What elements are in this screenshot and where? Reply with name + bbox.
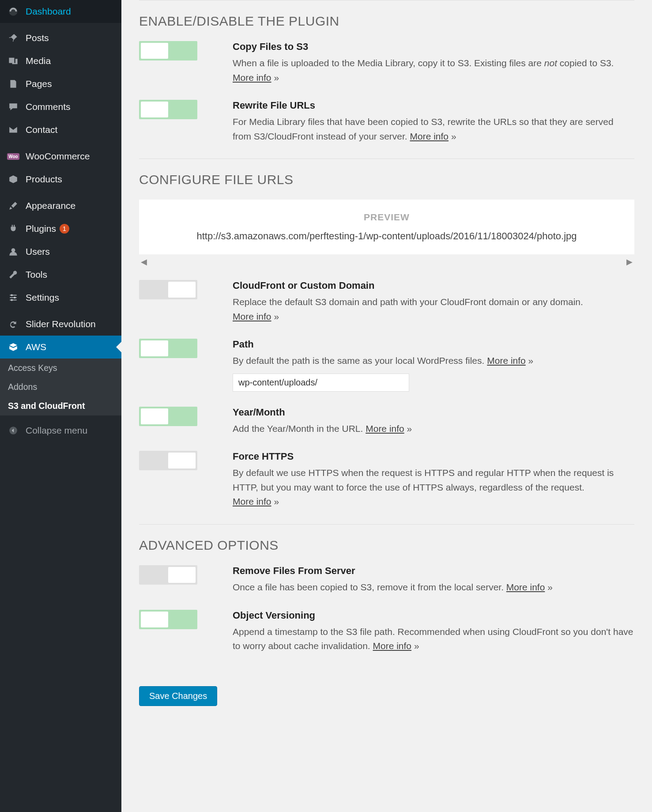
brush-icon — [7, 200, 19, 212]
pin-icon — [7, 32, 19, 44]
sidebar-item-users[interactable]: Users — [0, 240, 121, 263]
sidebar-item-settings[interactable]: Settings — [0, 286, 121, 309]
sidebar-item-label: Slider Revolution — [26, 319, 96, 329]
setting-desc: For Media Library files that have been c… — [233, 115, 634, 144]
sidebar-item-label: Comments — [26, 102, 71, 112]
more-info-link[interactable]: More info — [233, 496, 271, 506]
preview-nav: ◀ ▶ — [139, 254, 634, 267]
toggle-handle — [141, 612, 168, 627]
refresh-icon — [7, 318, 19, 330]
mail-icon — [7, 124, 19, 136]
woo-icon: Woo — [7, 150, 19, 162]
more-info-link[interactable]: More info — [373, 641, 412, 651]
svg-point-4 — [11, 299, 13, 301]
sidebar-collapse-label: Collapse menu — [26, 425, 87, 436]
setting-title: Year/Month — [233, 407, 634, 418]
collapse-icon — [7, 424, 19, 437]
sidebar-item-contact[interactable]: Contact — [0, 118, 121, 141]
box-icon — [7, 173, 19, 185]
sidebar-item-label: Posts — [26, 33, 49, 43]
sidebar-item-aws[interactable]: AWS — [0, 336, 121, 359]
sidebar-item-label: Pages — [26, 79, 52, 89]
cube-icon — [7, 341, 19, 353]
setting-desc: Add the Year/Month in the URL. More info… — [233, 422, 634, 436]
sidebar-item-pages[interactable]: Pages — [0, 72, 121, 95]
setting-title: Remove Files From Server — [233, 565, 634, 577]
toggle-remove-files[interactable]: OFF — [139, 565, 197, 585]
sidebar-item-label: Appearance — [26, 200, 75, 211]
sidebar-item-label: AWS — [26, 342, 46, 352]
setting-desc: Once a file has been copied to S3, remov… — [233, 580, 634, 595]
more-info-link[interactable]: More info — [487, 355, 526, 366]
submenu-item-addons[interactable]: Addons — [0, 378, 121, 397]
preview-box: PREVIEW http://s3.amazonaws.com/perftest… — [139, 200, 634, 254]
more-info-link[interactable]: More info — [366, 423, 404, 434]
submenu-item-s3-cloudfront[interactable]: S3 and CloudFront — [0, 397, 121, 415]
setting-path: ON Path By default the path is the same … — [139, 339, 634, 392]
sidebar-item-comments[interactable]: Comments — [0, 95, 121, 118]
submenu-item-access-keys[interactable]: Access Keys — [0, 359, 121, 378]
sidebar-item-label: Tools — [26, 269, 47, 280]
sidebar-item-label: Contact — [26, 125, 57, 135]
sidebar-item-slider-revolution[interactable]: Slider Revolution — [0, 313, 121, 336]
setting-desc: By default we use HTTPS when the request… — [233, 466, 634, 509]
setting-desc: Append a timestamp to the S3 file path. … — [233, 625, 634, 653]
toggle-force-https[interactable]: OFF — [139, 451, 197, 470]
user-icon — [7, 245, 19, 258]
media-icon — [7, 55, 19, 67]
more-info-link[interactable]: More info — [410, 131, 449, 141]
wrench-icon — [7, 268, 19, 281]
sidebar-item-media[interactable]: Media — [0, 49, 121, 72]
sidebar-item-tools[interactable]: Tools — [0, 263, 121, 286]
sidebar-submenu: Access Keys Addons S3 and CloudFront — [0, 359, 121, 415]
toggle-path[interactable]: ON — [139, 339, 197, 358]
more-info-link[interactable]: More info — [506, 582, 545, 592]
svg-point-2 — [11, 294, 13, 296]
next-arrow-icon[interactable]: ▶ — [626, 257, 633, 267]
toggle-rewrite-urls[interactable]: ON — [139, 100, 197, 119]
sidebar-collapse[interactable]: Collapse menu — [0, 419, 121, 442]
sidebar-item-label: WooCommerce — [26, 151, 90, 162]
sidebar-item-products[interactable]: Products — [0, 168, 121, 191]
toggle-handle — [141, 408, 168, 424]
section-heading-enable: Enable/Disable the Plugin — [139, 14, 634, 29]
prev-arrow-icon[interactable]: ◀ — [141, 257, 147, 267]
sidebar-item-label: Media — [26, 56, 51, 66]
more-info-link[interactable]: More info — [233, 311, 271, 321]
setting-cloudfront: OFF CloudFront or Custom Domain Replace … — [139, 280, 634, 324]
setting-title: Rewrite File URLs — [233, 100, 634, 111]
toggle-copy-files[interactable]: ON — [139, 41, 197, 60]
toggle-cloudfront[interactable]: OFF — [139, 280, 197, 299]
path-input[interactable] — [233, 374, 409, 392]
section-heading-advanced: Advanced Options — [139, 538, 634, 553]
toggle-yearmonth[interactable]: ON — [139, 407, 197, 426]
svg-point-3 — [14, 297, 15, 298]
toggle-object-versioning[interactable]: ON — [139, 610, 197, 629]
sidebar-item-woocommerce[interactable]: Woo WooCommerce — [0, 145, 121, 168]
pages-icon — [7, 78, 19, 90]
sidebar-item-dashboard[interactable]: Dashboard — [0, 0, 121, 23]
sidebar-item-plugins[interactable]: Plugins 1 — [0, 217, 121, 240]
sidebar-item-label: Users — [26, 246, 50, 257]
setting-title: Path — [233, 339, 634, 350]
setting-copy-files: ON Copy Files to S3 When a file is uploa… — [139, 41, 634, 85]
sidebar-item-label: Products — [26, 174, 62, 185]
toggle-handle — [168, 567, 196, 583]
save-changes-button[interactable]: Save Changes — [139, 686, 217, 706]
setting-title: CloudFront or Custom Domain — [233, 280, 634, 291]
setting-desc: When a file is uploaded to the Media Lib… — [233, 56, 634, 85]
toggle-handle — [141, 43, 168, 59]
sidebar-item-appearance[interactable]: Appearance — [0, 194, 121, 217]
toggle-handle — [141, 340, 168, 356]
setting-desc: Replace the default S3 domain and path w… — [233, 295, 634, 324]
sidebar-item-posts[interactable]: Posts — [0, 26, 121, 49]
sidebar-item-label: Settings — [26, 292, 59, 303]
more-info-link[interactable]: More info — [233, 72, 271, 83]
sliders-icon — [7, 291, 19, 304]
setting-object-versioning: ON Object Versioning Append a timestamp … — [139, 610, 634, 653]
setting-force-https: OFF Force HTTPS By default we use HTTPS … — [139, 451, 634, 509]
setting-remove-files: OFF Remove Files From Server Once a file… — [139, 565, 634, 595]
dashboard-icon — [7, 5, 19, 18]
setting-rewrite-urls: ON Rewrite File URLs For Media Library f… — [139, 100, 634, 144]
preview-url: http://s3.amazonaws.com/perftesting-1/wp… — [148, 230, 626, 242]
